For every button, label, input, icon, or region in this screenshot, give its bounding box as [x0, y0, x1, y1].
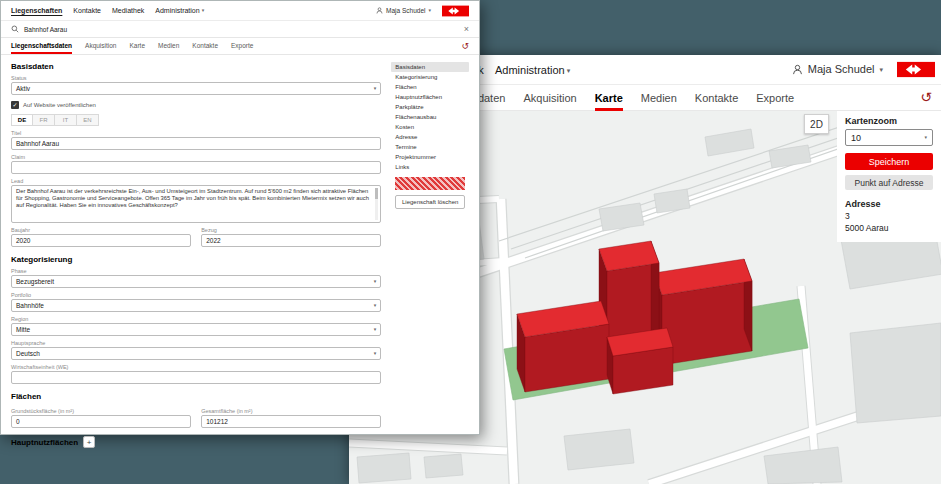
sidenav-item-hauptnutzflaechen[interactable]: Hauptnutzflächen [391, 92, 469, 102]
tab-medien[interactable]: Medien [641, 85, 677, 111]
tab-medien[interactable]: Medien [158, 38, 179, 54]
sidenav-item-links[interactable]: Links [391, 162, 469, 172]
lang-tab-it[interactable]: IT [55, 114, 77, 126]
hauptsprache-label: Hauptsprache [11, 340, 381, 346]
nav-item-administration[interactable]: Administration ▾ [155, 7, 204, 14]
nav-item-kontakte[interactable]: Kontakte [73, 7, 101, 14]
titel-label: Titel [11, 130, 381, 136]
nav-item-mediathek[interactable]: Mediathek [112, 7, 144, 14]
portfolio-label: Portfolio [11, 292, 381, 298]
add-hauptnutzflaeche-button[interactable]: + [83, 436, 95, 448]
select-value: 10 [851, 133, 861, 143]
gesamtflaeche-label: Gesamtfläche (in m²) [201, 408, 381, 414]
search-bar: Bahnhof Aarau × [1, 21, 479, 38]
property-form-window: Liegenschaften Kontakte Mediathek Admini… [0, 0, 480, 435]
tab-karte[interactable]: Karte [595, 85, 623, 111]
delete-property-button[interactable]: Liegenschaft löschen [395, 195, 465, 209]
tab-akquisition[interactable]: Akquisition [85, 38, 116, 54]
lang-tab-en[interactable]: EN [77, 114, 99, 126]
publish-checkbox[interactable]: ✓ [11, 101, 19, 109]
chevron-down-icon: ▾ [202, 8, 205, 13]
sidenav-item-kosten[interactable]: Kosten [391, 122, 469, 132]
language-tabs: DE FR IT EN [11, 114, 381, 126]
sidenav-item-flaechen[interactable]: Flächen [391, 82, 469, 92]
nav-item-label: Administration [155, 7, 199, 14]
sidenav-item-adresse[interactable]: Adresse [391, 132, 469, 142]
tab-akquisition[interactable]: Akquisition [523, 85, 576, 111]
lang-tab-de[interactable]: DE [11, 114, 33, 126]
select-value: Aktiv [16, 85, 30, 92]
nav-item-liegenschaften[interactable]: Liegenschaften [11, 7, 62, 14]
lead-text: Der Bahnhof Aarau ist der verkehrsreichs… [16, 188, 369, 208]
scrollbar[interactable] [375, 188, 378, 220]
map-2d-button[interactable]: 2D [804, 114, 829, 134]
status-select[interactable]: Aktiv ▾ [11, 82, 381, 95]
search-input[interactable]: Bahnhof Aarau [24, 26, 67, 33]
search-icon [11, 25, 19, 33]
map-thumbnail-placeholder[interactable] [395, 177, 465, 190]
select-value: Deutsch [16, 350, 40, 357]
hauptsprache-select[interactable]: Deutsch ▾ [11, 347, 381, 360]
baujahr-input[interactable]: 2020 [11, 234, 191, 247]
tab-exporte[interactable]: Exporte [756, 85, 794, 111]
sbb-logo [897, 61, 935, 78]
tab-kontakte[interactable]: Kontakte [695, 85, 738, 111]
adresse-label: Adresse [845, 199, 933, 209]
address-line-2: 5000 Aarau [845, 223, 933, 233]
nav-item-label: Administration [495, 64, 565, 76]
address-line-1: 3 [845, 211, 933, 221]
grundstuecksflaeche-input[interactable]: 0 [11, 415, 191, 428]
phase-select[interactable]: Bezugsbereit ▾ [11, 275, 381, 288]
tab-kontakte[interactable]: Kontakte [192, 38, 218, 54]
kartenzoom-label: Kartenzoom [845, 116, 933, 126]
sidenav-item-termine[interactable]: Termine [391, 142, 469, 152]
sidenav-item-parkplaetze[interactable]: Parkplätze [391, 102, 469, 112]
bezug-label: Bezug [201, 227, 381, 233]
chevron-down-icon: ▾ [879, 66, 883, 73]
titel-input[interactable]: Bahnhof Aarau [11, 137, 381, 150]
speichern-button[interactable]: Speichern [845, 153, 933, 170]
lang-tab-fr[interactable]: FR [33, 114, 55, 126]
chevron-down-icon: ▾ [374, 327, 377, 332]
phase-label: Phase [11, 268, 381, 274]
section-title-hauptnutzflaechen: Hauptnutzflächen [11, 438, 78, 447]
select-value: Bahnhöfe [16, 302, 44, 309]
claim-input[interactable] [11, 161, 381, 174]
chevron-down-icon: ▾ [567, 67, 571, 74]
wirtschaftseinheit-input[interactable] [11, 371, 381, 384]
bezug-input[interactable]: 2022 [201, 234, 381, 247]
wirtschaftseinheit-label: Wirtschaftseinheit (WE) [11, 364, 381, 370]
kartenzoom-select[interactable]: 10 ▾ [845, 129, 933, 146]
publish-checkbox-row: ✓ Auf Website veröffentlichen [11, 101, 381, 109]
grundstuecksflaeche-label: Grundstücksfläche (in m²) [11, 408, 191, 414]
claim-label: Claim [11, 154, 381, 160]
property-form: Basisdaten Status Aktiv ▾ ✓ Auf Website … [11, 62, 381, 448]
sidenav-item-kategorisierung[interactable]: Kategorisierung [391, 72, 469, 82]
user-menu[interactable]: Maja Schudel ▾ [376, 7, 431, 14]
baujahr-label: Baujahr [11, 227, 191, 233]
chevron-down-icon: ▾ [924, 135, 927, 140]
tab-exporte[interactable]: Exporte [231, 38, 253, 54]
history-icon[interactable]: ↺ [920, 89, 932, 105]
clear-search-icon[interactable]: × [464, 24, 469, 34]
section-title-kategorisierung: Kategorisierung [11, 255, 381, 264]
portfolio-select[interactable]: Bahnhöfe ▾ [11, 299, 381, 312]
user-menu[interactable]: Maja Schudel ▾ [792, 63, 883, 75]
history-icon[interactable]: ↺ [461, 41, 469, 51]
gesamtflaeche-input[interactable]: 101212 [201, 415, 381, 428]
region-select[interactable]: Mitte ▾ [11, 323, 381, 336]
chevron-down-icon: ▾ [374, 303, 377, 308]
user-icon [376, 7, 383, 14]
sidenav-item-basisdaten[interactable]: Basisdaten [391, 62, 469, 72]
tab-liegenschaftsdaten[interactable]: Liegenschaftsdaten [11, 38, 72, 54]
status-label: Status [11, 75, 381, 81]
sidenav-item-projektnummer[interactable]: Projektnummer [391, 152, 469, 162]
sidenav-item-flaechenausbau[interactable]: Flächenausbau [391, 112, 469, 122]
nav-item-administration[interactable]: Administration ▾ [495, 64, 570, 76]
lead-textarea[interactable]: Der Bahnhof Aarau ist der verkehrsreichs… [11, 185, 381, 223]
main-nav: Liegenschaften Kontakte Mediathek Admini… [1, 1, 479, 21]
punkt-auf-adresse-button[interactable]: Punkt auf Adresse [845, 175, 933, 190]
scrollbar-thumb[interactable] [375, 188, 378, 199]
section-title-flaechen: Flächen [11, 392, 381, 401]
tab-karte[interactable]: Karte [129, 38, 145, 54]
